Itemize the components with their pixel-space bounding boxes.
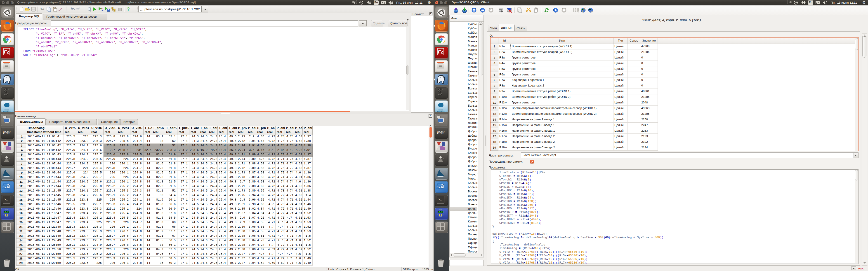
svg-text:GS: GS (101, 10, 103, 12)
svg-text:P: P (101, 8, 103, 10)
svg-text:10.95: 10.95 (3, 211, 9, 213)
svg-text:10.95: 10.95 (437, 211, 443, 213)
